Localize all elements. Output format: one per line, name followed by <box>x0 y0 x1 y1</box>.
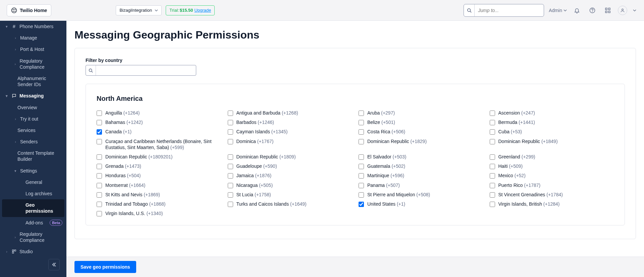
country-label[interactable]: Curaçao and Caribbean Netherlands (Bonai… <box>105 138 221 150</box>
country-label[interactable]: Dominica (+1767) <box>236 138 274 144</box>
country-label[interactable]: El Salvador (+503) <box>367 154 406 160</box>
country-label[interactable]: Puerto Rico (+1787) <box>498 182 541 188</box>
country-checkbox[interactable] <box>97 120 102 125</box>
account-chevron-icon[interactable] <box>632 5 637 16</box>
save-geo-permissions-button[interactable]: Save geo permissions <box>74 261 136 273</box>
country-checkbox[interactable] <box>97 192 102 198</box>
country-checkbox[interactable] <box>359 120 364 125</box>
country-checkbox[interactable] <box>359 154 364 160</box>
country-checkbox[interactable] <box>97 129 102 135</box>
country-checkbox[interactable] <box>359 173 364 179</box>
country-label[interactable]: Guadeloupe (+590) <box>236 163 277 169</box>
country-label[interactable]: Virgin Islands, U.S. (+1340) <box>105 210 163 216</box>
country-checkbox[interactable] <box>97 111 102 116</box>
country-label[interactable]: Antigua and Barbuda (+1268) <box>236 110 298 116</box>
country-label[interactable]: United States (+1) <box>367 201 405 207</box>
country-label[interactable]: Trinidad and Tobago (+1868) <box>105 201 165 207</box>
sidebar-item-try-it-out[interactable]: › Try it out <box>0 113 66 125</box>
country-label[interactable]: Cuba (+53) <box>498 129 522 135</box>
country-label[interactable]: Barbados (+1246) <box>236 119 274 125</box>
sidebar-item-geo-permissions[interactable]: Geo permissions <box>2 199 64 217</box>
country-label[interactable]: Canada (+1) <box>105 129 131 135</box>
project-selector[interactable]: BizagiIntegration <box>116 5 162 15</box>
sidebar-item-manage[interactable]: › Manage <box>0 32 66 44</box>
country-checkbox[interactable] <box>490 164 495 169</box>
country-label[interactable]: St Vincent Grenadines (+1784) <box>498 192 563 198</box>
country-checkbox[interactable] <box>490 183 495 188</box>
country-checkbox[interactable] <box>359 192 364 198</box>
upgrade-link[interactable]: Upgrade <box>194 8 211 13</box>
country-checkbox[interactable] <box>228 139 233 144</box>
country-checkbox[interactable] <box>228 164 233 169</box>
country-checkbox[interactable] <box>228 183 233 188</box>
country-label[interactable]: Cayman Islands (+1345) <box>236 129 288 135</box>
sidebar-item-services[interactable]: Services <box>0 125 66 136</box>
country-label[interactable]: Dominican Republic (+1829) <box>367 138 427 144</box>
country-checkbox[interactable] <box>228 129 233 135</box>
country-label[interactable]: Martinique (+596) <box>367 172 404 179</box>
country-label[interactable]: Panama (+507) <box>367 182 400 188</box>
help-icon[interactable] <box>587 5 598 16</box>
country-label[interactable]: Nicaragua (+505) <box>236 182 273 188</box>
sidebar-item-general[interactable]: General <box>0 177 66 188</box>
country-checkbox[interactable] <box>228 120 233 125</box>
country-checkbox[interactable] <box>97 183 102 188</box>
country-checkbox[interactable] <box>490 192 495 198</box>
sidebar-item-content-template-builder[interactable]: Content Template Builder <box>0 147 66 165</box>
country-label[interactable]: St Kitts and Nevis (+1869) <box>105 192 160 198</box>
country-checkbox[interactable] <box>359 129 364 135</box>
country-checkbox[interactable] <box>359 183 364 188</box>
country-checkbox[interactable] <box>490 111 495 116</box>
country-label[interactable]: Turks and Caicos Islands (+1649) <box>236 201 307 207</box>
country-checkbox[interactable] <box>228 154 233 160</box>
country-checkbox[interactable] <box>490 129 495 135</box>
country-checkbox[interactable] <box>490 202 495 207</box>
country-checkbox[interactable] <box>490 173 495 179</box>
country-label[interactable]: Grenada (+1473) <box>105 163 141 169</box>
country-label[interactable]: Belize (+501) <box>367 119 395 125</box>
country-label[interactable]: Ascension (+247) <box>498 110 535 116</box>
country-label[interactable]: Honduras (+504) <box>105 172 141 179</box>
filter-country-input[interactable] <box>96 68 196 73</box>
sidebar-item-studio[interactable]: › Studio <box>0 246 66 257</box>
country-label[interactable]: Aruba (+297) <box>367 110 395 116</box>
twilio-home-button[interactable]: Twilio Home <box>7 4 51 16</box>
sidebar-item-regulatory-compliance[interactable]: › Regulatory Compliance <box>0 55 66 73</box>
sidebar-item-overview[interactable]: Overview <box>0 102 66 113</box>
sidebar-item-alphanumeric-sender-ids[interactable]: Alphanumeric Sender IDs <box>0 73 66 90</box>
country-label[interactable]: Jamaica (+1876) <box>236 172 272 179</box>
sidebar-item-regulatory-compliance-2[interactable]: › Regulatory Compliance <box>0 228 66 246</box>
sidebar-item-senders[interactable]: › Senders <box>0 136 66 147</box>
country-label[interactable]: Bahamas (+1242) <box>105 119 143 125</box>
apps-icon[interactable] <box>602 5 613 16</box>
country-label[interactable]: Virgin Islands, British (+1284) <box>498 201 560 207</box>
country-checkbox[interactable] <box>228 202 233 207</box>
country-checkbox[interactable] <box>97 211 102 216</box>
country-checkbox[interactable] <box>359 111 364 116</box>
country-checkbox[interactable] <box>359 164 364 169</box>
sidebar-item-settings[interactable]: ▾ Settings <box>0 165 66 177</box>
country-label[interactable]: Anguilla (+1264) <box>105 110 140 116</box>
jump-to-search[interactable] <box>464 4 544 17</box>
admin-menu[interactable]: Admin <box>549 8 567 13</box>
country-label[interactable]: Dominican Republic (+1849) <box>498 138 558 144</box>
country-checkbox[interactable] <box>228 173 233 179</box>
sidebar-item-log-archives[interactable]: Log archives <box>0 188 66 199</box>
country-checkbox[interactable] <box>359 202 364 207</box>
country-checkbox[interactable] <box>490 120 495 125</box>
country-label[interactable]: Guatemala (+502) <box>367 163 405 169</box>
country-checkbox[interactable] <box>228 111 233 116</box>
country-checkbox[interactable] <box>97 173 102 179</box>
collapse-sidebar-button[interactable] <box>48 259 60 270</box>
user-avatar[interactable] <box>618 6 627 15</box>
notifications-icon[interactable] <box>572 5 582 16</box>
jump-to-input[interactable] <box>475 8 544 13</box>
country-checkbox[interactable] <box>97 164 102 169</box>
country-label[interactable]: Dominican Republic (+1809201) <box>105 154 172 160</box>
country-checkbox[interactable] <box>490 139 495 144</box>
country-label[interactable]: Bermuda (+1441) <box>498 119 535 125</box>
country-checkbox[interactable] <box>97 154 102 160</box>
sidebar-item-phone-numbers[interactable]: ▾ # Phone Numbers <box>0 21 66 32</box>
country-checkbox[interactable] <box>359 139 364 144</box>
country-checkbox[interactable] <box>490 154 495 160</box>
